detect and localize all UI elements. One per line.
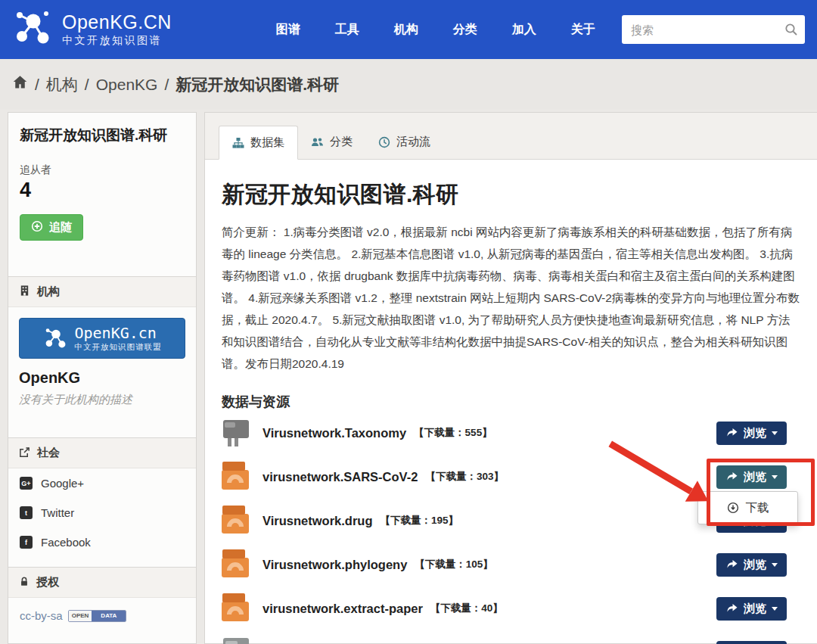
building-icon: [19, 285, 30, 299]
explore-button[interactable]: 浏览: [716, 597, 787, 621]
explore-button[interactable]: 浏览: [716, 641, 787, 644]
caret-down-icon: [772, 431, 778, 435]
main-content: 新冠开放知识图谱.科研 简介更新： 1.病毒分类图谱 v2.0，根据最新 ncb…: [205, 160, 817, 644]
nav-item-0[interactable]: 图谱: [276, 22, 300, 38]
nav-item-3[interactable]: 分类: [453, 22, 477, 38]
lock-icon: [19, 576, 30, 590]
explore-button[interactable]: 浏览: [716, 465, 787, 489]
open-data-badge-right: DATA: [92, 611, 126, 621]
resource-link[interactable]: virusnetwork.extract-paper: [262, 602, 423, 616]
org-logo-title: OpenKG.cn: [75, 324, 162, 342]
resource-download-count: 【下载量：555】: [414, 426, 492, 440]
share-icon: [19, 446, 30, 460]
top-navbar: OpenKG.CN 中文开放知识图谱 图谱工具机构分类加入关于: [0, 0, 817, 59]
twitter-icon: t: [20, 506, 33, 519]
file-format-icon: [222, 593, 250, 624]
home-icon[interactable]: [12, 75, 28, 94]
followers-block: 追从者 4: [8, 163, 196, 202]
social-item-twitter[interactable]: tTwitter: [8, 498, 196, 527]
resource-row: COVID-19-research.readme 【下载量：212】 浏览: [222, 630, 800, 644]
file-format-icon: [222, 636, 250, 644]
followers-count: 4: [20, 179, 185, 202]
breadcrumb-sep: /: [85, 76, 89, 94]
license-section-title: 授权: [36, 575, 59, 590]
resource-download-count: 【下载量：195】: [380, 514, 458, 527]
tab-label: 分类: [330, 135, 353, 149]
resource-link[interactable]: Virusnetwork.phylogeny: [262, 558, 407, 572]
org-block: OpenKG.cn 中文开放知识图谱联盟 OpenKG 没有关于此机构的描述: [8, 307, 196, 437]
social-section-header: 社会: [8, 437, 196, 468]
social-item-google-plus[interactable]: G+Google+: [8, 468, 196, 498]
search-icon[interactable]: [784, 23, 798, 39]
social-item-label: Twitter: [41, 506, 74, 519]
org-description: 没有关于此机构的描述: [19, 393, 185, 407]
tab-2[interactable]: 活动流: [365, 125, 443, 159]
tab-0[interactable]: 数据集: [219, 126, 298, 160]
file-format-icon: [222, 461, 250, 493]
social-list: G+Google+tTwitterfFacebook: [8, 468, 196, 557]
org-logo-subtitle: 中文开放知识图谱联盟: [75, 342, 162, 353]
resource-download-count: 【下载量：105】: [415, 558, 493, 571]
resource-row: Virusnetwork.phylogeny 【下载量：105】 浏览: [222, 543, 800, 586]
forward-arrow-icon: [725, 558, 738, 572]
main-panel: 数据集分类活动流 新冠开放知识图谱.科研 简介更新： 1.病毒分类图谱 v2.0…: [204, 112, 817, 644]
nav-item-5[interactable]: 关于: [571, 22, 595, 38]
open-data-badge[interactable]: OPEN DATA: [68, 610, 127, 622]
explore-button[interactable]: 浏览: [716, 422, 787, 445]
file-format-icon: [222, 505, 250, 537]
brand-logo[interactable]: OpenKG.CN 中文开放知识图谱: [12, 7, 172, 52]
forward-arrow-icon: [725, 426, 738, 440]
tab-strip: 数据集分类活动流: [205, 113, 817, 160]
license-link[interactable]: cc-by-sa: [20, 609, 63, 622]
caret-down-icon: [772, 563, 778, 567]
resource-row: Virusnetwork.Taxonomy 【下载量：555】 浏览: [222, 411, 800, 455]
explore-button-label: 浏览: [744, 470, 766, 484]
file-format-icon: [222, 549, 250, 580]
explore-button-label: 浏览: [744, 426, 766, 440]
search-input[interactable]: [622, 15, 805, 44]
openkg-molecule-icon: [12, 7, 54, 52]
nav-item-2[interactable]: 机构: [394, 22, 418, 38]
tab-1[interactable]: 分类: [298, 125, 365, 159]
breadcrumb-sep: /: [35, 76, 39, 94]
forward-arrow-icon: [725, 602, 738, 616]
explore-button-label: 浏览: [744, 602, 766, 616]
resource-link[interactable]: virusnetwork.SARS-CoV-2: [262, 470, 418, 484]
nav-item-4[interactable]: 加入: [512, 22, 536, 38]
brand-title: OpenKG.CN: [62, 11, 172, 33]
users-icon: [311, 136, 324, 148]
resource-download-count: 【下载量：303】: [425, 470, 504, 484]
breadcrumb-link-openkg[interactable]: OpenKG: [96, 76, 158, 94]
google-plus-icon: G+: [20, 477, 33, 490]
explore-button[interactable]: 浏览: [716, 553, 787, 577]
facebook-icon: f: [20, 536, 33, 549]
org-section-title: 机构: [37, 285, 60, 299]
breadcrumb-link-orgs[interactable]: 机构: [46, 74, 78, 95]
brand-subtitle: 中文开放知识图谱: [62, 34, 172, 48]
resource-link[interactable]: Virusnetwork.drug: [262, 514, 372, 528]
follow-button-label: 追随: [49, 220, 72, 235]
org-name: OpenKG: [19, 369, 185, 387]
resource-row: virusnetwork.SARS-CoV-2 【下载量：303】 浏览 下载: [222, 455, 800, 499]
caret-down-icon: [772, 475, 778, 479]
navbar-menu: 图谱工具机构分类加入关于: [276, 22, 595, 38]
sitemap-icon: [232, 137, 244, 149]
resource-row: virusnetwork.extract-paper 【下载量：40】 浏览: [222, 586, 800, 630]
resource-link[interactable]: Virusnetwork.Taxonomy: [262, 426, 406, 440]
org-logo[interactable]: OpenKG.cn 中文开放知识图谱联盟: [19, 318, 185, 359]
download-menu-item[interactable]: 下载: [697, 491, 798, 524]
download-menu-label: 下载: [746, 500, 769, 516]
caret-down-icon: [772, 607, 778, 611]
nav-item-1[interactable]: 工具: [335, 22, 359, 38]
followers-label: 追从者: [20, 163, 185, 177]
social-item-facebook[interactable]: fFacebook: [8, 527, 196, 557]
explore-button-label: 浏览: [744, 558, 766, 572]
search-box: [622, 15, 805, 44]
page-title: 新冠开放知识图谱.科研: [222, 179, 800, 210]
social-item-label: Facebook: [41, 536, 91, 549]
download-circle-icon: [727, 502, 739, 514]
license-row: cc-by-sa OPEN DATA: [8, 598, 196, 633]
breadcrumb-current: 新冠开放知识图谱.科研: [176, 74, 339, 95]
org-section-header: 机构: [8, 276, 196, 307]
follow-button[interactable]: 追随: [20, 214, 83, 241]
